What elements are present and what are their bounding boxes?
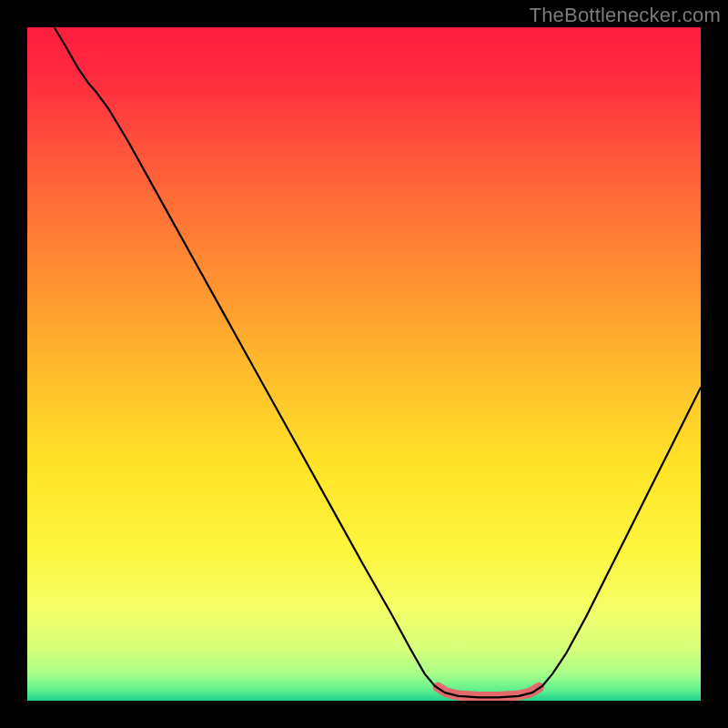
plot-area: [27, 27, 701, 701]
bottleneck-chart: [27, 27, 701, 701]
watermark-text: TheBottlenecker.com: [530, 4, 721, 27]
gradient-background: [27, 27, 701, 701]
chart-frame: TheBottlenecker.com: [0, 0, 728, 728]
